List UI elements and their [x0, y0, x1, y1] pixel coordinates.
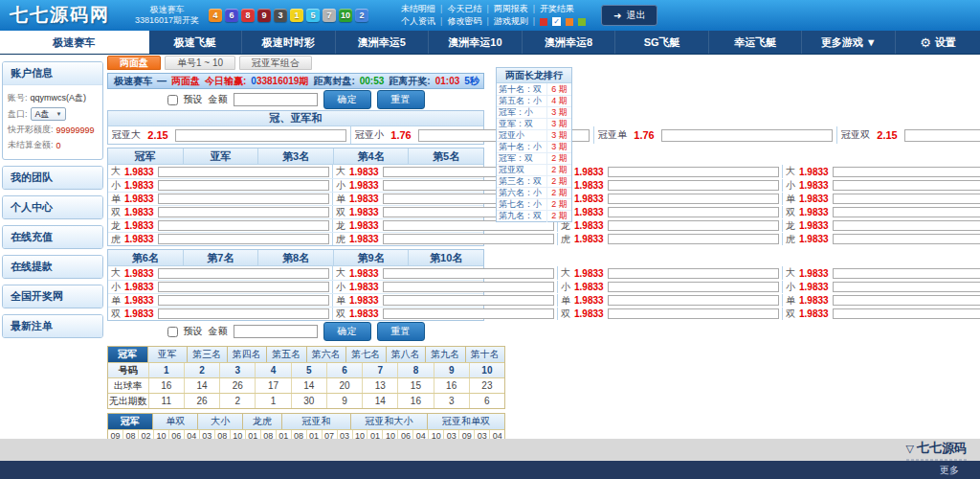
menu-separator: | — [440, 15, 442, 28]
bet-amount-input[interactable] — [608, 268, 779, 279]
bet-amount-input[interactable] — [833, 220, 980, 231]
nav-tab-9[interactable]: 更多游戏 ▼ — [802, 31, 896, 54]
top-menu-link[interactable]: 修改密码 — [447, 15, 481, 28]
trend-tab-6[interactable]: 冠亚和大小 — [351, 414, 428, 429]
bet-amount-input[interactable] — [904, 129, 980, 142]
bet-row: 单1.9833单1.9833单1.9833单1.9833单1.9833 — [108, 293, 483, 307]
trend-tab-4[interactable]: 龙虎 — [243, 414, 281, 429]
bet-amount-input[interactable] — [158, 268, 329, 279]
bet-amount-input[interactable] — [833, 194, 980, 204]
bet-amount-input[interactable] — [608, 220, 779, 231]
bet-amount-input[interactable] — [383, 234, 554, 244]
bet-amount-input[interactable] — [608, 295, 779, 306]
bet-amount-input[interactable] — [608, 207, 779, 217]
bet-amount-input[interactable] — [175, 129, 346, 142]
sidebar-item[interactable]: 我的团队 — [3, 167, 102, 189]
bet-amount-input[interactable] — [383, 282, 554, 292]
bet-amount-input[interactable] — [608, 167, 779, 177]
top-menu-link[interactable]: 游戏规则 — [494, 15, 528, 28]
bet-amount-input[interactable] — [158, 220, 329, 231]
rank-tab-4[interactable]: 第四名 — [228, 347, 268, 362]
bet-amount-input[interactable] — [383, 268, 554, 279]
reset-button[interactable]: 重置 — [377, 90, 425, 109]
top-menu-link[interactable]: 个人资讯 — [401, 15, 435, 28]
rank-tab-2[interactable]: 亚军 — [148, 347, 189, 362]
rank-tab-8[interactable]: 第八名 — [387, 347, 427, 362]
legend-checkbox-checked[interactable]: ✓ — [552, 17, 561, 26]
more-link[interactable]: 更多 — [940, 464, 959, 477]
bet-amount-input[interactable] — [608, 282, 779, 292]
top-menu-link[interactable]: 开奖结果 — [540, 3, 574, 15]
rank-tab-9[interactable]: 第九名 — [426, 347, 466, 362]
trend-tab-2[interactable]: 单双 — [153, 414, 198, 429]
trend-tab-3[interactable]: 大小 — [198, 414, 243, 429]
sidebar-item[interactable]: 在线充值 — [3, 226, 102, 248]
bet-amount-input[interactable] — [833, 167, 980, 177]
lottery-ball-7: 7 — [323, 9, 336, 22]
info-dash: — — [157, 76, 167, 86]
confirm-button[interactable]: 确定 — [323, 90, 371, 109]
bet-amount-input[interactable] — [158, 308, 329, 319]
bet-amount-input[interactable] — [158, 180, 329, 191]
logout-button[interactable]: ➜ 退出 — [601, 5, 657, 26]
reset-button[interactable]: 重置 — [377, 322, 425, 341]
nav-tab-7[interactable]: SG飞艇 — [615, 31, 709, 54]
trend-tab-5[interactable]: 冠亚和 — [282, 414, 352, 429]
bet-amount-input[interactable] — [158, 194, 329, 204]
bet-amount-input[interactable] — [833, 282, 980, 292]
settings-button[interactable]: ⚙ 设置 — [896, 31, 980, 54]
current-issue: 33816019期 — [256, 75, 309, 88]
nav-tab-6[interactable]: 澳洲幸运8 — [523, 31, 616, 54]
preset-checkbox[interactable] — [167, 327, 178, 337]
top-menu-link[interactable]: 未结明细 — [401, 3, 435, 15]
confirm-button[interactable]: 确定 — [323, 322, 371, 341]
sidebar-item[interactable]: 个人中心 — [3, 196, 102, 218]
bet-amount-input[interactable] — [158, 282, 329, 292]
plate-select[interactable]: A盘 ▼ — [31, 107, 67, 121]
play-mode-tab-1[interactable]: 两面盘 — [107, 56, 161, 70]
top-menu-link[interactable]: 今天已结 — [447, 3, 481, 15]
amount-input[interactable] — [234, 325, 318, 338]
nav-tab-1[interactable]: 极速赛车 — [0, 31, 149, 54]
trend-tab-7[interactable]: 冠亚和单双 — [428, 414, 504, 429]
bet-amount-input[interactable] — [158, 234, 329, 244]
rank-tab-7[interactable]: 第七名 — [346, 347, 387, 362]
bet-amount-input[interactable] — [608, 308, 779, 319]
bet-amount-input[interactable] — [833, 295, 980, 306]
bet-amount-input[interactable] — [383, 308, 554, 319]
bet-amount-input[interactable] — [158, 167, 329, 177]
bet-amount-input[interactable] — [608, 180, 779, 191]
rank-tab-1[interactable]: 冠军 — [108, 347, 148, 362]
play-mode-tab-3[interactable]: 冠亚军组合 — [239, 56, 312, 70]
sidebar-item[interactable]: 最新注单 — [3, 315, 102, 337]
trend-tab-1[interactable]: 冠军 — [108, 414, 153, 429]
nav-tab-2[interactable]: 极速飞艇 — [149, 31, 243, 54]
nav-tab-5[interactable]: 澳洲幸运10 — [429, 31, 523, 54]
bet-amount-input[interactable] — [383, 295, 554, 306]
bet-amount-input[interactable] — [608, 234, 779, 244]
rank-tab-6[interactable]: 第六名 — [307, 347, 347, 362]
rank-tab-10[interactable]: 第十名 — [466, 347, 505, 362]
preset-checkbox[interactable] — [167, 95, 178, 105]
sidebar-item[interactable]: 全国开奖网 — [3, 285, 102, 308]
play-mode-tab-2[interactable]: 单号1 ~ 10 — [165, 56, 235, 70]
odds-value: 1.9833 — [574, 282, 605, 292]
bet-amount-input[interactable] — [158, 207, 329, 217]
bet-amount-input[interactable] — [158, 295, 329, 306]
amount-input[interactable] — [234, 93, 318, 106]
bet-amount-input[interactable] — [833, 268, 980, 279]
rank-tab-3[interactable]: 第三名 — [188, 347, 228, 362]
nav-tab-8[interactable]: 幸运飞艇 — [709, 31, 803, 54]
bet-amount-input[interactable] — [833, 308, 980, 319]
bet-amount-input[interactable] — [833, 207, 980, 217]
bet-amount-input[interactable] — [833, 180, 980, 191]
rank-tab-5[interactable]: 第五名 — [267, 347, 307, 362]
bet-amount-input[interactable] — [661, 129, 833, 142]
nav-tab-3[interactable]: 极速时时彩 — [242, 31, 336, 54]
odds-value: 1.9833 — [574, 295, 605, 306]
nav-tab-4[interactable]: 澳洲幸运5 — [336, 31, 430, 54]
sidebar-item[interactable]: 在线提款 — [3, 256, 102, 278]
bet-amount-input[interactable] — [608, 194, 779, 204]
bet-amount-input[interactable] — [833, 234, 980, 244]
top-menu-link[interactable]: 两周报表 — [494, 3, 528, 15]
